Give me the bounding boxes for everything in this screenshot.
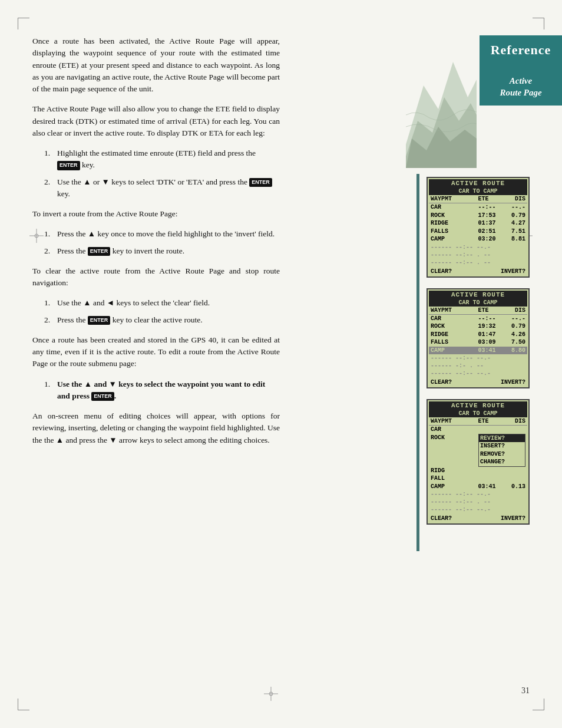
screen1-row-falls: FALLS 02:51 7.51 [429, 228, 527, 236]
screen1-row-camp: CAMP 03:20 8.81 [429, 235, 527, 243]
gps-screen-1: ACTIVE ROUTE CAR TO CAMP WAYPMT ETE DIS … [427, 177, 530, 278]
gps-screens-container: ACTIVE ROUTE CAR TO CAMP WAYPMT ETE DIS … [427, 177, 530, 525]
crosshair-bottom-mid [264, 687, 278, 703]
screen1-empty2: ------ --:-- . -- [429, 251, 527, 259]
list-dtk-eta: 1. Highlight the estimated time enroute … [44, 147, 280, 200]
screen1-subtitle: CAR TO CAMP [429, 187, 527, 195]
list-item-3-1: 1. Use the ▲ and ◄ keys to select the 'c… [44, 297, 280, 309]
paragraph-invert: To invert a route from the Active Route … [32, 208, 280, 220]
paragraph-2: The Active Route Page will also allow yo… [32, 103, 280, 139]
gps-screen-3: ACTIVE ROUTE CAR TO CAMP WAYPMT ETE DIS … [427, 399, 530, 525]
list-item-1-1: 1. Highlight the estimated time enroute … [44, 147, 280, 172]
screen3-menu-area: CAR ROCK REVIEW? INSERT? REMOVE? CHANGE?… [429, 426, 527, 475]
list-item-4-1: 1. Use the ▲ and ▼ keys to select the wa… [44, 378, 280, 403]
corner-mark-tr [533, 18, 544, 29]
screen3-row-car: CAR [429, 426, 527, 434]
enter-key-2: ENTER [249, 178, 272, 187]
screen1-header: WAYPMT ETE DIS [429, 195, 527, 203]
paragraph-clear: To clear the active route from the Activ… [32, 265, 280, 289]
reference-title: Reference [485, 42, 556, 58]
screen3-empty1: ------ --:-- --.- [429, 490, 527, 498]
screen3-empty3: ------ --:-- --.- [429, 506, 527, 513]
screen3-header: WAYPMT ETE DIS [429, 417, 527, 426]
screen2-title: ACTIVE ROUTE [429, 291, 527, 299]
screen2-subtitle: CAR TO CAMP [429, 299, 527, 307]
page-number: 31 [521, 686, 530, 696]
screen2-row-rock: ROCK 19:32 0.79 [429, 322, 527, 331]
screen1-row-car: CAR --:-- --.- [429, 203, 527, 212]
screen1-empty3: ------ --:-- . -- [429, 259, 527, 266]
screen3-row-ridge-partial: RIDG [429, 467, 527, 475]
vertical-accent-bar [416, 174, 419, 551]
screen1-row-rock: ROCK 17:53 0.79 [429, 212, 527, 220]
screen3-row-falls: FALL [429, 475, 527, 483]
screen3-empty2: ------ --:-- . -- [429, 498, 527, 506]
list-item-3-2: 2. Press the ENTER key to clear the acti… [44, 314, 280, 326]
screen2-row-car: CAR --:-- --.- [429, 315, 527, 323]
screen1-footer: CLEAR? INVERT? [429, 268, 527, 275]
list-item-1-2: 2. Use the ▲ or ▼ keys to select 'DTK' o… [44, 176, 280, 200]
reference-subtitle: Active Route Page [485, 75, 556, 98]
list-clear: 1. Use the ▲ and ◄ keys to select the 'c… [44, 297, 280, 326]
menu-item-insert: INSERT? [479, 442, 525, 450]
screen2-empty3: ------ --:-- --.- [429, 370, 527, 377]
list-edit: 1. Use the ▲ and ▼ keys to select the wa… [44, 378, 280, 403]
enter-key-3: ENTER [88, 247, 111, 256]
corner-mark-bl [18, 699, 29, 710]
gps-screen-2: ACTIVE ROUTE CAR TO CAMP WAYPMT ETE DIS … [427, 288, 530, 389]
screen3-footer: CLEAR? INVERT? [429, 515, 527, 522]
screen3-title: ACTIVE ROUTE [429, 401, 527, 410]
reference-tab: Reference Active Route Page [480, 35, 562, 106]
menu-item-review: REVIEW? [479, 434, 525, 443]
screen1-empty1: ------ --:-- --.- [429, 243, 527, 251]
menu-item-remove: REMOVE? [479, 450, 525, 459]
paragraph-edit: Once a route has been created and stored… [32, 334, 280, 370]
paragraph-1: Once a route has been activated, the Act… [32, 35, 280, 95]
corner-mark-br [533, 699, 544, 710]
screen2-header: WAYPMT ETE DIS [429, 307, 527, 315]
screen2-empty2: ------ -:- . -- [429, 362, 527, 370]
menu-item-change: CHANGE? [479, 458, 525, 466]
screen2-row-camp: CAMP 03:41 8.80 [429, 347, 527, 355]
screen2-footer: CLEAR? INVERT? [429, 378, 527, 386]
screen3-row-camp: CAMP 03:41 0.13 [429, 483, 527, 491]
enter-key-1: ENTER [57, 161, 80, 170]
enter-key-5: ENTER [91, 392, 114, 401]
screen1-title: ACTIVE ROUTE [429, 179, 527, 187]
corner-mark-tl [18, 18, 29, 29]
paragraph-menu: An on-screen menu of editing choices wil… [32, 410, 280, 446]
screen1-row-ridge: RIDGE 01:37 4.27 [429, 219, 527, 228]
enter-key-4: ENTER [88, 316, 111, 325]
screen2-row-ridge: RIDGE 01:47 4.26 [429, 331, 527, 339]
screen3-subtitle: CAR TO CAMP [429, 410, 527, 417]
list-item-2-2: 2. Press the ENTER key to invert the rou… [44, 245, 280, 257]
main-content-area: Once a route has been activated, the Act… [32, 35, 280, 454]
screen2-empty1: ------ --:-- --.- [429, 354, 527, 362]
list-item-2-1: 1. Press the ▲ key once to move the fiel… [44, 228, 280, 240]
screen2-row-falls: FALLS 03:09 7.50 [429, 338, 527, 347]
map-decoration [406, 38, 477, 168]
screen3-row-rock: ROCK REVIEW? INSERT? REMOVE? CHANGE? [429, 434, 527, 467]
list-invert: 1. Press the ▲ key once to move the fiel… [44, 228, 280, 257]
